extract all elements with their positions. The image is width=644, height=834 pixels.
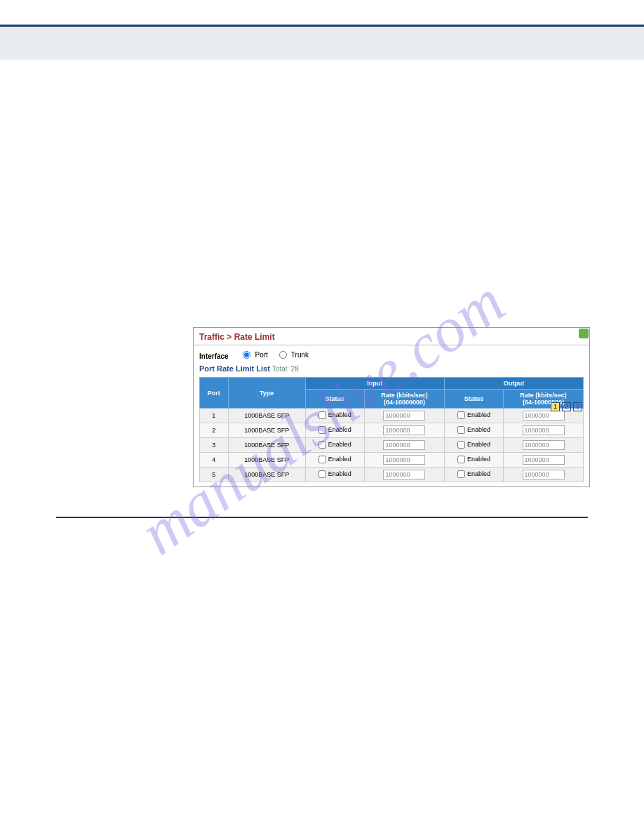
output-rate-field[interactable] xyxy=(523,425,565,435)
cell-in-rate xyxy=(365,468,445,482)
cell-out-rate xyxy=(504,453,584,468)
enable-input-checkbox[interactable] xyxy=(318,456,326,463)
enable-input-checkbox[interactable] xyxy=(318,470,326,478)
cell-in-rate xyxy=(365,453,445,468)
col-input: Input xyxy=(305,378,444,390)
rate-limit-table: Port Type Input Output Status Rate (kbit… xyxy=(199,377,584,482)
radio-port-label: Port xyxy=(255,351,267,359)
page-3[interactable]: 3 xyxy=(573,402,582,411)
cell-out-status: Enabled xyxy=(444,453,503,468)
divider xyxy=(56,517,588,518)
cell-in-status: Enabled xyxy=(305,409,364,423)
table-row: 51000BASE SFP Enabled Enabled xyxy=(200,468,584,482)
header-bar xyxy=(0,25,644,60)
input-rate-field[interactable] xyxy=(383,425,425,435)
input-rate-field[interactable] xyxy=(383,440,425,450)
cell-out-status: Enabled xyxy=(444,423,503,438)
cell-type: 1000BASE SFP xyxy=(228,409,305,423)
radio-trunk[interactable] xyxy=(279,351,287,359)
cell-in-rate xyxy=(365,438,445,453)
radio-port[interactable] xyxy=(243,351,250,359)
cell-out-status: Enabled xyxy=(444,438,503,453)
cell-in-status: Enabled xyxy=(305,453,364,468)
output-rate-field[interactable] xyxy=(523,455,565,465)
col-input-rate: Rate (kbits/sec) (64-10000000) xyxy=(365,390,445,409)
interface-label: Interface xyxy=(199,352,229,360)
list-title: Port Rate Limit List Total: 28 xyxy=(194,364,304,376)
cell-port: 2 xyxy=(200,423,229,438)
enable-input-checkbox[interactable] xyxy=(318,426,326,434)
list-total: Total: 28 xyxy=(272,365,299,373)
input-rate-field[interactable] xyxy=(383,470,425,479)
input-rate-field[interactable] xyxy=(383,455,425,465)
enable-output-checkbox[interactable] xyxy=(457,411,465,419)
col-output: Output xyxy=(444,378,583,390)
col-output-status: Status xyxy=(444,390,503,409)
cell-type: 1000BASE SFP xyxy=(228,453,305,468)
output-rate-field[interactable] xyxy=(523,440,565,450)
col-port: Port xyxy=(200,378,229,409)
enable-input-checkbox[interactable] xyxy=(318,441,326,449)
interface-row: Interface Port Trunk xyxy=(194,345,589,364)
help-icon[interactable] xyxy=(579,329,589,338)
cell-port: 5 xyxy=(200,468,229,482)
enable-output-checkbox[interactable] xyxy=(457,426,465,434)
cell-in-status: Enabled xyxy=(305,468,364,482)
radio-trunk-label: Trunk xyxy=(291,351,309,359)
panel-title: Traffic > Rate Limit xyxy=(194,328,589,345)
cell-type: 1000BASE SFP xyxy=(228,438,305,453)
col-type: Type xyxy=(228,378,305,409)
cell-port: 1 xyxy=(200,409,229,423)
rate-limit-panel: Traffic > Rate Limit Interface Port Trun… xyxy=(193,327,590,487)
cell-out-rate xyxy=(504,423,584,438)
enable-output-checkbox[interactable] xyxy=(457,441,465,449)
cell-out-rate xyxy=(504,468,584,482)
cell-in-rate xyxy=(365,423,445,438)
pager: 1 2 3 xyxy=(551,402,582,411)
cell-in-status: Enabled xyxy=(305,438,364,453)
cell-out-status: Enabled xyxy=(444,409,503,423)
cell-type: 1000BASE SFP xyxy=(228,468,305,482)
page-2[interactable]: 2 xyxy=(562,402,571,411)
cell-out-rate xyxy=(504,438,584,453)
cell-in-rate xyxy=(365,409,445,423)
cell-type: 1000BASE SFP xyxy=(228,423,305,438)
table-row: 31000BASE SFP Enabled Enabled xyxy=(200,438,584,453)
cell-port: 3 xyxy=(200,438,229,453)
enable-input-checkbox[interactable] xyxy=(318,411,326,419)
table-row: 11000BASE SFP Enabled Enabled xyxy=(200,409,584,423)
col-input-status: Status xyxy=(305,390,364,409)
cell-in-status: Enabled xyxy=(305,423,364,438)
output-rate-field[interactable] xyxy=(523,470,565,479)
page-1[interactable]: 1 xyxy=(551,402,560,411)
enable-output-checkbox[interactable] xyxy=(457,470,465,478)
table-row: 21000BASE SFP Enabled Enabled xyxy=(200,423,584,438)
table-row: 41000BASE SFP Enabled Enabled xyxy=(200,453,584,468)
output-rate-field[interactable] xyxy=(523,411,565,421)
cell-out-status: Enabled xyxy=(444,468,503,482)
input-rate-field[interactable] xyxy=(383,411,425,421)
enable-output-checkbox[interactable] xyxy=(457,456,465,463)
cell-port: 4 xyxy=(200,453,229,468)
